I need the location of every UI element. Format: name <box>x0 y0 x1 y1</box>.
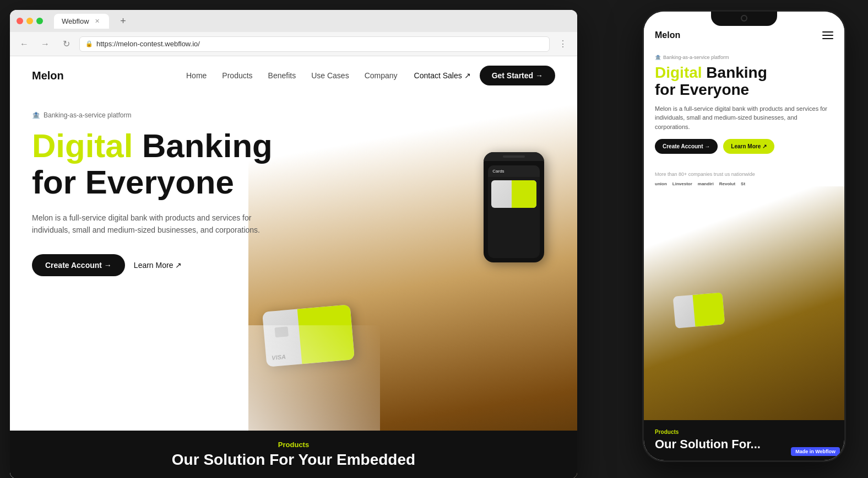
phone-card-preview <box>491 180 536 208</box>
phone-mockup: Cards <box>484 152 544 262</box>
mobile-products-label: Products <box>655 429 833 435</box>
mobile-trust: More than 80+ companies trust us nationw… <box>644 171 844 186</box>
site-nav: Melon Home Products Benefits Use Cases C… <box>10 56 577 95</box>
nav-links: Home Products Benefits Use Cases Company <box>186 71 398 80</box>
badge-text: Banking-as-a-service platform <box>44 111 131 119</box>
hero-content: 🏦 Banking-as-a-service platform Digital … <box>10 95 322 478</box>
hamburger-line-1 <box>822 31 833 33</box>
reload-button[interactable]: ↻ <box>58 36 74 52</box>
address-field[interactable]: 🔒 https://melon-contest.webflow.io/ <box>79 36 550 52</box>
back-button[interactable]: ← <box>17 36 32 52</box>
mobile-title-highlight: Digital <box>655 64 702 81</box>
lock-icon: 🔒 <box>85 40 93 47</box>
hero-buttons: Create Account → Learn More ↗ <box>32 254 300 276</box>
badge-icon: 🏦 <box>32 111 40 119</box>
learn-more-button[interactable]: Learn More ↗ <box>134 261 182 270</box>
mobile-logo-0: union <box>655 181 667 186</box>
mobile-hero: 🏦 Banking-as-a-service platform Digital … <box>644 46 844 171</box>
browser-window: Webflow ✕ + ← → ↻ 🔒 https://melon-contes… <box>10 10 577 478</box>
hamburger-line-2 <box>822 35 833 36</box>
nav-contact-button[interactable]: Contact Sales ↗ <box>414 71 471 80</box>
mobile-card <box>672 293 725 329</box>
minimize-button[interactable] <box>26 18 33 24</box>
mobile-camera <box>741 15 747 22</box>
url-text: https://melon-contest.webflow.io/ <box>96 40 200 48</box>
nav-usecases[interactable]: Use Cases <box>311 71 349 80</box>
browser-addressbar: ← → ↻ 🔒 https://melon-contest.webflow.io… <box>10 32 577 56</box>
mobile-card-yellow <box>692 293 725 327</box>
mobile-create-account-button[interactable]: Create Account → <box>655 139 718 154</box>
new-tab-button[interactable]: + <box>116 13 131 29</box>
mobile-logo-1: Linvestor <box>672 181 692 186</box>
webflow-badge: Made in Webflow <box>791 447 840 456</box>
browser-tab[interactable]: Webflow ✕ <box>54 14 109 29</box>
phone-screen: Cards <box>488 165 540 258</box>
nav-home[interactable]: Home <box>186 71 207 80</box>
mobile-logo: Melon <box>655 30 680 40</box>
hero-description: Melon is a full-service digital bank wit… <box>32 212 263 237</box>
site-logo: Melon <box>32 69 64 82</box>
menu-button[interactable]: ⋮ <box>555 36 571 52</box>
mobile-badge-text: Banking-as-a-service platform <box>663 55 729 60</box>
mobile-badge-icon: 🏦 <box>655 55 661 60</box>
bottom-title: Our Solution For Your Embedded <box>172 451 415 469</box>
mobile-content: Melon 🏦 Banking-as-a-service platform Di… <box>644 12 844 460</box>
forward-button[interactable]: → <box>37 36 53 52</box>
tab-title: Webflow <box>62 17 89 25</box>
mobile-preview: Melon 🏦 Banking-as-a-service platform Di… <box>642 10 846 462</box>
browser-content: Melon Home Products Benefits Use Cases C… <box>10 56 577 478</box>
create-account-button[interactable]: Create Account → <box>32 254 125 276</box>
website: Melon Home Products Benefits Use Cases C… <box>10 56 577 478</box>
hero-title: Digital Bankingfor Everyone <box>32 128 300 201</box>
mobile-buttons: Create Account → Learn More ↗ <box>655 139 833 154</box>
mobile-logo-2: mandiri <box>698 181 714 186</box>
mobile-badge: 🏦 Banking-as-a-service platform <box>655 55 833 60</box>
maximize-button[interactable] <box>36 18 43 24</box>
mobile-description: Melon is a full-service digital bank wit… <box>655 104 833 132</box>
browser-titlebar: Webflow ✕ + <box>10 10 577 32</box>
mobile-hero-title: Digital Bankingfor Everyone <box>655 65 833 99</box>
close-button[interactable] <box>17 18 23 24</box>
hamburger-menu[interactable] <box>822 31 833 39</box>
hero-badge: 🏦 Banking-as-a-service platform <box>32 111 300 119</box>
phone-card-yellow <box>512 180 536 208</box>
mobile-trust-logos: union Linvestor mandiri Revolut St <box>655 181 833 186</box>
tab-close-button[interactable]: ✕ <box>94 17 101 25</box>
mobile-logo-4: St <box>741 181 745 186</box>
hero-section: 🏦 Banking-as-a-service platform Digital … <box>10 95 577 478</box>
mobile-trust-text: More than 80+ companies trust us nationw… <box>655 171 833 177</box>
bottom-bar: Products Our Solution For Your Embedded <box>10 431 577 478</box>
phone-screen-header: Cards <box>488 165 540 177</box>
mobile-image-area <box>644 186 844 420</box>
mobile-learn-more-button[interactable]: Learn More ↗ <box>723 139 774 154</box>
nav-company[interactable]: Company <box>365 71 398 80</box>
bottom-label: Products <box>278 441 309 449</box>
hamburger-line-3 <box>822 38 833 39</box>
mobile-notch <box>711 12 777 26</box>
nav-benefits[interactable]: Benefits <box>268 71 296 80</box>
nav-products[interactable]: Products <box>222 71 252 80</box>
mobile-logo-3: Revolut <box>719 181 735 186</box>
hero-title-highlight: Digital <box>32 127 133 164</box>
traffic-lights <box>17 18 43 24</box>
nav-get-started-button[interactable]: Get Started → <box>480 66 555 85</box>
